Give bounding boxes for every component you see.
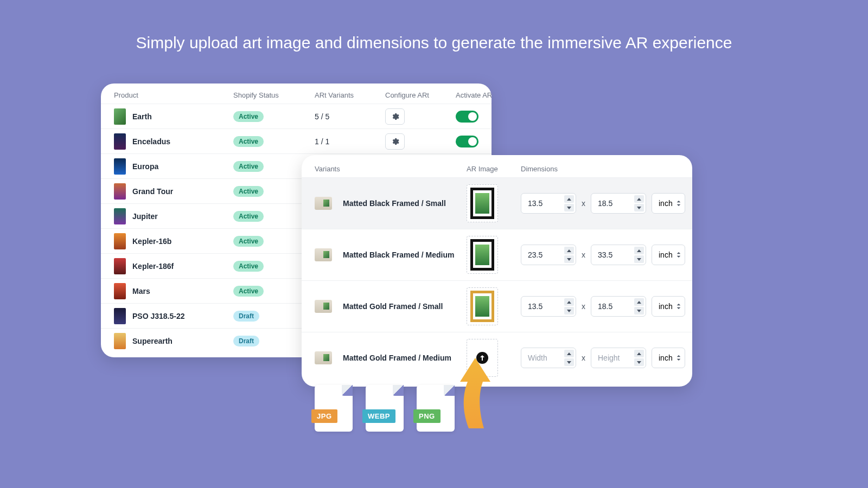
height-step-up[interactable] xyxy=(634,350,644,357)
variant-name: Matted Gold Framed / Medium xyxy=(343,354,467,362)
product-row[interactable]: Earth Active 5 / 5 xyxy=(101,104,492,129)
variant-name: Matted Black Framed / Medium xyxy=(343,251,467,259)
activate-toggle[interactable] xyxy=(456,111,478,123)
variant-row[interactable]: Matted Black Framed / Small x inch xyxy=(302,177,692,229)
dimension-x: x xyxy=(582,251,585,259)
status-badge: Active xyxy=(233,161,264,172)
height-step-up[interactable] xyxy=(634,195,644,203)
variant-row[interactable]: Matted Gold Framed / Small x inch xyxy=(302,280,692,332)
variant-header: Variants AR Image Dimensions xyxy=(302,165,692,177)
activate-toggle[interactable] xyxy=(456,136,478,147)
ar-image-slot[interactable] xyxy=(467,184,498,222)
file-icon-jpg: JPG xyxy=(315,385,353,432)
ar-image-frame xyxy=(470,291,494,322)
variants-count: 5 / 5 xyxy=(315,112,385,121)
product-thumb xyxy=(114,158,126,175)
ar-image-slot[interactable] xyxy=(467,236,498,274)
file-tag-png: PNG xyxy=(413,409,441,423)
product-name: Mars xyxy=(132,287,150,296)
dimension-x: x xyxy=(582,199,585,208)
status-badge: Active xyxy=(233,211,264,222)
file-tag-webp: WEBP xyxy=(362,409,395,423)
product-name: Earth xyxy=(132,112,152,121)
col-configure: Configure ARt xyxy=(385,91,456,99)
variant-name: Matted Gold Framed / Small xyxy=(343,302,467,311)
product-name: PSO J318.5-22 xyxy=(132,312,185,320)
unit-select[interactable]: inch xyxy=(652,348,685,368)
col-variants: Variants xyxy=(315,165,467,173)
status-badge: Draft xyxy=(233,311,259,322)
product-name: Europa xyxy=(132,162,158,171)
product-thumb xyxy=(114,108,126,125)
variant-thumb xyxy=(315,248,332,261)
variant-thumb xyxy=(315,197,332,210)
variant-thumb xyxy=(315,351,332,364)
status-badge: Active xyxy=(233,236,264,247)
col-art-variants: ARt Variants xyxy=(315,91,385,99)
width-step-up[interactable] xyxy=(564,195,574,203)
configure-button[interactable] xyxy=(385,133,405,150)
width-step-down[interactable] xyxy=(564,204,574,211)
dimension-x: x xyxy=(582,354,585,362)
col-shopify-status: Shopify Status xyxy=(233,91,315,99)
height-step-up[interactable] xyxy=(634,298,644,306)
col-product: Product xyxy=(114,91,233,99)
status-badge: Active xyxy=(233,261,264,272)
unit-select[interactable]: inch xyxy=(652,193,685,214)
product-name: Kepler-186f xyxy=(132,262,174,271)
status-badge: Active xyxy=(233,286,264,297)
col-dimensions: Dimensions xyxy=(521,165,679,173)
height-step-up[interactable] xyxy=(634,247,644,254)
product-thumb xyxy=(114,308,126,324)
width-step-down[interactable] xyxy=(564,307,574,314)
variant-row[interactable]: Matted Black Framed / Medium x inch xyxy=(302,229,692,280)
headline: Simply upload art image and dimensions t… xyxy=(0,34,868,52)
ar-image-frame xyxy=(470,239,494,271)
ar-image-slot[interactable] xyxy=(467,287,498,325)
product-row[interactable]: Enceladus Active 1 / 1 xyxy=(101,129,492,153)
product-name: Grand Tour xyxy=(132,187,173,196)
col-ar-image: AR Image xyxy=(467,165,521,173)
product-thumb xyxy=(114,183,126,200)
product-thumb xyxy=(114,283,126,299)
status-badge: Active xyxy=(233,186,264,197)
product-thumb xyxy=(114,233,126,249)
upload-arrow-icon xyxy=(456,342,515,428)
status-badge: Active xyxy=(233,136,264,147)
unit-select[interactable]: inch xyxy=(652,245,685,265)
product-thumb xyxy=(114,133,126,150)
product-name: Enceladus xyxy=(132,137,170,146)
status-badge: Draft xyxy=(233,336,259,346)
product-name: Kepler-16b xyxy=(132,237,171,246)
width-step-up[interactable] xyxy=(564,298,574,306)
product-thumb xyxy=(114,258,126,274)
file-type-icons: JPG WEBP PNG xyxy=(315,385,455,432)
dimension-x: x xyxy=(582,302,585,311)
ar-image-frame xyxy=(470,188,494,219)
variant-thumb xyxy=(315,300,332,313)
product-table-header: Product Shopify Status ARt Variants Conf… xyxy=(101,91,492,104)
col-activate: Activate ARt xyxy=(456,91,492,99)
variant-name: Matted Black Framed / Small xyxy=(343,199,467,208)
width-step-down[interactable] xyxy=(564,358,574,366)
width-step-up[interactable] xyxy=(564,247,574,254)
product-name: Superearth xyxy=(132,337,173,345)
product-name: Jupiter xyxy=(132,212,158,221)
file-icon-webp: WEBP xyxy=(366,385,404,432)
product-thumb xyxy=(114,333,126,349)
height-step-down[interactable] xyxy=(634,307,644,314)
width-step-down[interactable] xyxy=(564,255,574,263)
file-tag-jpg: JPG xyxy=(311,409,337,423)
status-badge: Active xyxy=(233,111,264,122)
variants-count: 1 / 1 xyxy=(315,137,385,146)
unit-select[interactable]: inch xyxy=(652,296,685,317)
file-icon-png: PNG xyxy=(417,385,455,432)
configure-button[interactable] xyxy=(385,108,405,125)
height-step-down[interactable] xyxy=(634,358,644,366)
width-step-up[interactable] xyxy=(564,350,574,357)
height-step-down[interactable] xyxy=(634,204,644,211)
product-thumb xyxy=(114,208,126,224)
height-step-down[interactable] xyxy=(634,255,644,263)
